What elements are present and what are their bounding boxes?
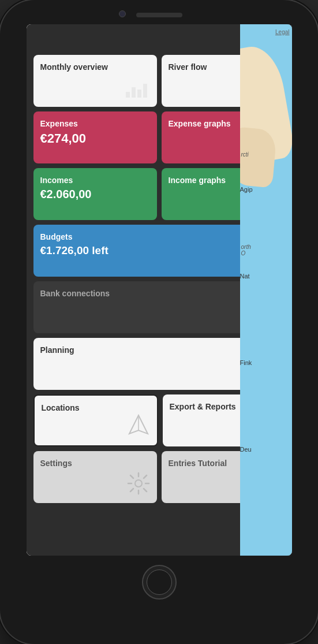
incomes-title: Incomes bbox=[40, 175, 150, 185]
home-button[interactable] bbox=[142, 565, 177, 600]
map-place-deu: Deu bbox=[240, 446, 252, 453]
phone-screen: Monthly overview River flow bbox=[27, 24, 292, 556]
svg-rect-5 bbox=[132, 87, 136, 98]
expenses-title: Expenses bbox=[40, 118, 150, 129]
svg-rect-4 bbox=[126, 92, 130, 98]
expenses-value: €274,00 bbox=[40, 131, 150, 146]
legal-link[interactable]: Legal bbox=[275, 29, 289, 35]
map-place-fink: Fink bbox=[240, 359, 252, 366]
settings-card[interactable]: Settings bbox=[33, 451, 157, 503]
locations-title: Locations bbox=[42, 403, 150, 413]
phone-speaker bbox=[136, 13, 182, 17]
map-text-north: orthO bbox=[241, 244, 251, 256]
incomes-card[interactable]: Incomes €2.060,00 bbox=[33, 168, 157, 220]
svg-rect-7 bbox=[143, 84, 147, 98]
map-place-agip: Agip bbox=[240, 186, 253, 193]
map-place-nat: Nat bbox=[240, 273, 250, 280]
settings-title: Settings bbox=[40, 458, 150, 468]
map-text-arctic: rcti bbox=[241, 151, 249, 158]
monthly-overview-card[interactable]: Monthly overview bbox=[33, 55, 157, 107]
expenses-card[interactable]: Expenses €274,00 bbox=[33, 111, 157, 163]
map-panel: Legal rcti orthO Agip Nat Fink Deu bbox=[240, 24, 292, 556]
incomes-value: €2.060,00 bbox=[40, 188, 150, 201]
locations-card[interactable]: Locations bbox=[33, 394, 158, 446]
monthly-overview-title: Monthly overview bbox=[40, 62, 150, 72]
svg-rect-6 bbox=[137, 90, 141, 98]
svg-point-41 bbox=[135, 480, 142, 487]
